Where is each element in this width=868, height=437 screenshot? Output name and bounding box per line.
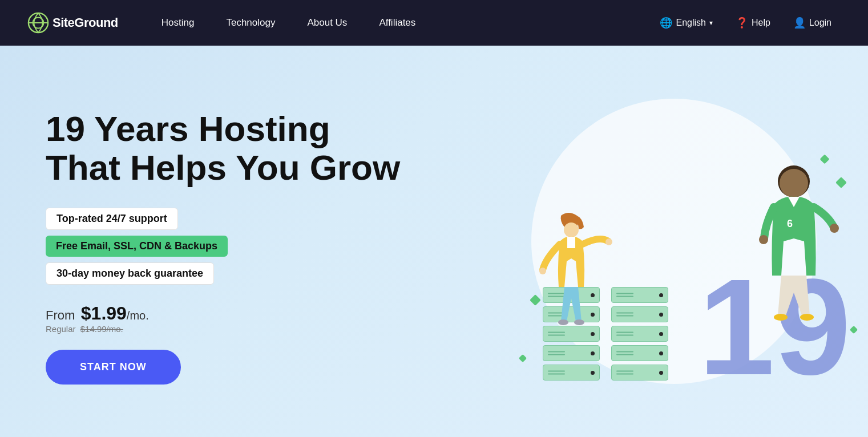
server-dot — [659, 332, 663, 336]
svg-point-13 — [774, 314, 788, 321]
hero-title-line1: 19 Years Hosting — [46, 109, 330, 148]
help-label: Help — [752, 18, 770, 28]
user-icon: 👤 — [793, 17, 806, 29]
deco-diamond-3 — [837, 179, 845, 187]
svg-text:6: 6 — [787, 218, 793, 229]
login-button[interactable]: 👤 Login — [784, 12, 841, 34]
deco-diamond-1 — [531, 296, 539, 304]
hero-badges: Top-rated 24/7 support Free Email, SSL, … — [46, 208, 434, 285]
navbar: SiteGround Hosting Technology About Us A… — [0, 0, 868, 46]
svg-point-8 — [539, 268, 546, 274]
nav-technology[interactable]: Technology — [210, 0, 291, 46]
server-unit — [611, 365, 668, 381]
nav-affiliates[interactable]: Affiliates — [363, 0, 431, 46]
chevron-down-icon: ▾ — [709, 19, 713, 27]
hero-content: 19 Years Hosting That Helps You Grow Top… — [46, 110, 434, 385]
brand-name: SiteGround — [53, 15, 118, 30]
svg-point-6 — [558, 319, 568, 325]
deco-diamond-2 — [520, 355, 526, 361]
nav-about[interactable]: About Us — [291, 0, 363, 46]
hero-section: 19 Years Hosting That Helps You Grow Top… — [0, 46, 868, 437]
svg-point-15 — [759, 235, 768, 244]
hero-illustration: 19 — [480, 46, 868, 437]
svg-point-9 — [605, 238, 612, 245]
help-icon: ❓ — [736, 17, 748, 29]
person-male: 6 — [748, 150, 839, 333]
svg-point-11 — [780, 169, 808, 197]
svg-rect-5 — [567, 237, 575, 248]
hero-title-line2: That Helps You Grow — [46, 148, 400, 187]
language-label: English — [676, 18, 705, 28]
brand-logo[interactable]: SiteGround — [27, 12, 118, 34]
start-now-button[interactable]: START NOW — [46, 350, 181, 385]
illustration-container: 19 — [486, 64, 862, 418]
translate-icon: 🌐 — [660, 17, 672, 29]
server-unit — [543, 365, 600, 381]
pricing-from-label: From — [46, 308, 75, 322]
badge-guarantee: 30-day money back guarantee — [46, 262, 214, 285]
badge-support: Top-rated 24/7 support — [46, 208, 178, 230]
pricing-price: $1.99 — [81, 303, 127, 323]
deco-diamond-4 — [851, 327, 857, 333]
login-label: Login — [809, 18, 831, 28]
server-dot — [659, 293, 663, 297]
person-female — [520, 179, 623, 350]
svg-point-14 — [800, 314, 814, 321]
server-dot — [591, 371, 595, 375]
deco-diamond-5 — [821, 156, 828, 163]
badge-features: Free Email, SSL, CDN & Backups — [46, 236, 228, 257]
help-button[interactable]: ❓ Help — [726, 12, 780, 34]
nav-hosting[interactable]: Hosting — [146, 0, 211, 46]
pricing-main: From $1.99/mo. — [46, 303, 434, 324]
language-selector[interactable]: 🌐 English ▾ — [651, 12, 721, 34]
hero-title: 19 Years Hosting That Helps You Grow — [46, 110, 434, 187]
nav-links: Hosting Technology About Us Affiliates — [146, 0, 651, 46]
nav-right: 🌐 English ▾ ❓ Help 👤 Login — [651, 12, 841, 34]
pricing-regular-price: $14.99/mo. — [80, 324, 123, 334]
svg-point-4 — [564, 222, 579, 237]
pricing-per: /mo. — [127, 309, 149, 322]
server-dot — [659, 313, 663, 317]
server-dot — [591, 351, 595, 355]
svg-point-7 — [574, 319, 584, 325]
server-dot — [659, 351, 663, 355]
pricing-block: From $1.99/mo. Regular $14.99/mo. — [46, 303, 434, 334]
server-dot — [659, 371, 663, 375]
svg-point-16 — [830, 224, 839, 233]
logo-icon — [27, 12, 49, 34]
pricing-regular: Regular $14.99/mo. — [46, 324, 434, 334]
